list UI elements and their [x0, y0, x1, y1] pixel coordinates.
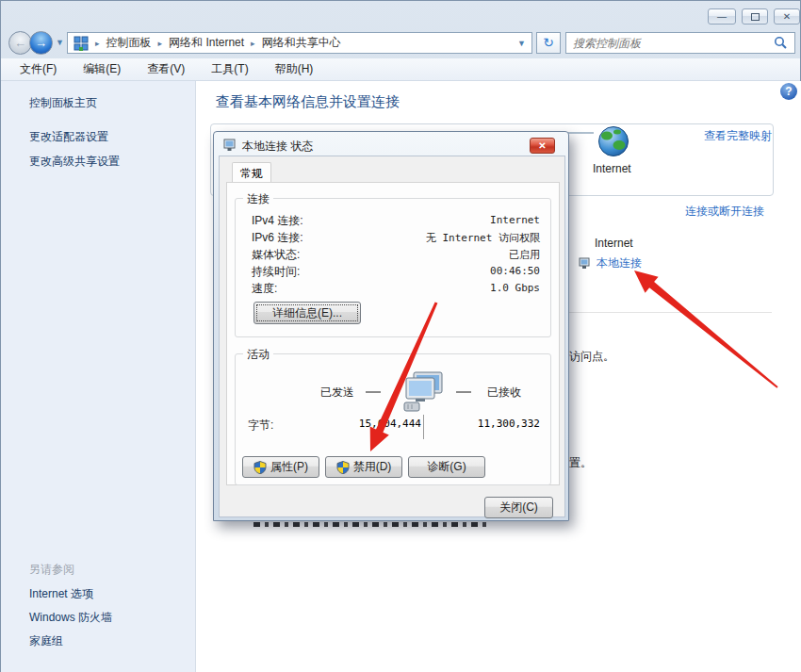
menu-view[interactable]: 查看(V) [134, 58, 198, 80]
close-button[interactable]: ✕ [774, 8, 800, 25]
map-internet-label: Internet [593, 162, 631, 175]
menu-bar: 文件(F) 编辑(E) 查看(V) 工具(T) 帮助(H) [1, 58, 800, 81]
ipv4-value: Internet [490, 214, 540, 226]
received-label: 已接收 [487, 385, 521, 401]
title-bar: — ✕ [1, 1, 800, 27]
bytes-sent-value: 15,604,444 [325, 418, 421, 430]
clipped-text-sliver [253, 522, 489, 527]
search-input[interactable] [566, 36, 774, 51]
refresh-button[interactable]: ↻ [536, 32, 561, 54]
internet-globe-icon [597, 125, 629, 157]
page-title: 查看基本网络信息并设置连接 [216, 93, 400, 111]
text-fragment-access-point: 访问点。 [569, 349, 614, 365]
dialog-close-button[interactable]: ✕ [530, 138, 555, 154]
sidebar-item-windows-firewall[interactable]: Windows 防火墙 [29, 610, 112, 626]
dialog-close-action-button[interactable]: 关闭(C) [484, 497, 553, 518]
sidebar-item-change-adapter-settings[interactable]: 更改适配器设置 [29, 129, 108, 145]
menu-help[interactable]: 帮助(H) [262, 58, 327, 80]
activity-groupbox: 活动 已发送 已接收 字节: 15,604,444 [235, 353, 551, 485]
navigation-bar: ← → ▼ ▸ 控制面板 ▸ 网络和 Internet ▸ 网络和共享中心 ▼ … [1, 27, 800, 58]
received-dash [456, 391, 471, 393]
activity-group-label: 活动 [243, 347, 273, 363]
dialog-title: 本地连接 状态 [242, 139, 313, 155]
menu-tools[interactable]: 工具(T) [198, 58, 261, 80]
see-also-header: 另请参阅 [29, 562, 74, 578]
view-full-map-link[interactable]: 查看完整映射 [704, 128, 772, 144]
local-connection-link[interactable]: 本地连接 [597, 255, 642, 271]
breadcrumb-network-internet[interactable]: 网络和 Internet [169, 35, 244, 51]
disable-button[interactable]: 禁用(D) [325, 456, 402, 478]
diagnose-button-label: 诊断(G) [427, 459, 466, 475]
maximize-button[interactable] [742, 8, 768, 25]
restore-icon [751, 13, 760, 21]
details-button[interactable]: 详细信息(E)... [253, 302, 361, 324]
media-state-value: 已启用 [509, 248, 540, 262]
ipv6-value: 无 Internet 访问权限 [426, 231, 540, 245]
sidebar-item-internet-options[interactable]: Internet 选项 [29, 586, 93, 602]
uac-shield-icon [336, 461, 350, 474]
breadcrumb-network-sharing-center[interactable]: 网络和共享中心 [262, 35, 341, 51]
speed-label: 速度: [252, 281, 277, 297]
breadcrumb-separator: ▸ [89, 39, 106, 48]
sidebar-item-homegroup[interactable]: 家庭组 [29, 633, 63, 649]
text-fragment-zhi: 置。 [569, 455, 592, 471]
search-icon [774, 36, 788, 50]
duration-value: 00:46:50 [490, 265, 540, 277]
tab-general[interactable]: 常规 [232, 162, 271, 183]
connection-groupbox: 连接 IPv4 连接: Internet IPv6 连接: 无 Internet… [235, 198, 551, 337]
local-connection-icon [579, 257, 592, 270]
speed-value: 1.0 Gbps [490, 282, 540, 294]
disable-button-label: 禁用(D) [353, 459, 392, 475]
minimize-button[interactable]: — [708, 8, 736, 25]
computer-activity-icon [400, 370, 446, 414]
ipv6-label: IPv6 连接: [252, 230, 303, 246]
dialog-connection-icon [223, 139, 238, 152]
uac-shield-icon [253, 461, 267, 474]
sent-dash [366, 391, 381, 393]
forward-arrow-icon: → [35, 36, 47, 50]
breadcrumb-separator: ▸ [244, 39, 262, 48]
media-state-label: 媒体状态: [252, 247, 300, 263]
address-dropdown-icon[interactable]: ▼ [517, 39, 531, 48]
help-icon[interactable]: ? [780, 83, 797, 100]
connect-disconnect-link[interactable]: 连接或断开连接 [685, 204, 764, 220]
back-arrow-icon: ← [14, 36, 26, 50]
properties-button[interactable]: 属性(P) [242, 456, 319, 478]
menu-edit[interactable]: 编辑(E) [70, 58, 134, 80]
bytes-divider [423, 415, 424, 439]
sidebar-item-control-panel-home[interactable]: 控制面板主页 [29, 95, 97, 111]
bytes-label: 字节: [248, 418, 273, 434]
local-connection-status-dialog: 本地连接 状态 ✕ 常规 连接 IPv4 连接: Internet IPv6 连… [213, 131, 569, 521]
tab-page: 连接 IPv4 连接: Internet IPv6 连接: 无 Internet… [226, 182, 560, 485]
menu-file[interactable]: 文件(F) [7, 58, 70, 80]
breadcrumb-control-panel[interactable]: 控制面板 [106, 35, 152, 51]
properties-button-label: 属性(P) [270, 459, 308, 475]
breadcrumb-separator: ▸ [152, 39, 170, 48]
sidebar-item-change-advanced-sharing[interactable]: 更改高级共享设置 [29, 154, 120, 170]
bytes-received-value: 11,300,332 [466, 418, 540, 430]
dialog-content: 常规 连接 IPv4 连接: Internet IPv6 连接: 无 Inter… [219, 156, 565, 517]
sent-label: 已发送 [320, 385, 354, 401]
network-sharing-center-icon [74, 36, 89, 51]
nav-history-dropdown[interactable]: ▼ [56, 38, 64, 47]
active-network-name: Internet [595, 237, 633, 250]
sidebar: 控制面板主页 更改适配器设置 更改高级共享设置 另请参阅 Internet 选项… [1, 81, 196, 672]
refresh-icon: ↻ [543, 35, 554, 50]
ipv4-label: IPv4 连接: [252, 213, 303, 229]
forward-button[interactable]: → [29, 31, 53, 55]
duration-label: 持续时间: [252, 264, 300, 280]
explorer-window: — ✕ ← → ▼ ▸ 控制面板 ▸ 网络和 Internet ▸ 网络和共享中… [0, 0, 801, 672]
connection-group-label: 连接 [243, 191, 273, 207]
diagnose-button[interactable]: 诊断(G) [408, 456, 485, 478]
search-box[interactable] [565, 32, 795, 54]
address-bar[interactable]: ▸ 控制面板 ▸ 网络和 Internet ▸ 网络和共享中心 ▼ [67, 32, 532, 54]
